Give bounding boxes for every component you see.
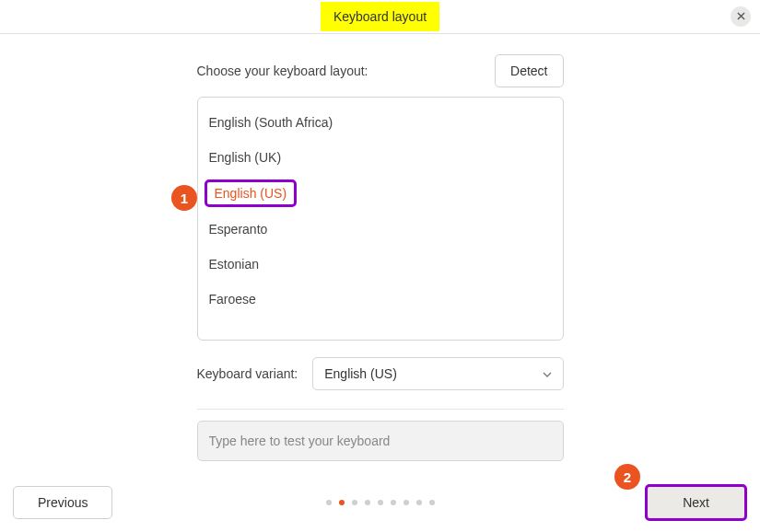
chevron-down-icon — [543, 368, 552, 379]
footer-nav: Previous Next — [0, 484, 760, 521]
variant-dropdown[interactable]: English (US) — [312, 357, 563, 390]
list-item[interactable]: English (South Africa) — [198, 105, 563, 140]
step-dot — [416, 500, 422, 505]
list-item[interactable]: Estonian — [198, 247, 563, 282]
keyboard-test-input[interactable] — [197, 421, 564, 461]
variant-label: Keyboard variant: — [197, 366, 298, 381]
keyboard-layout-list[interactable]: English (Nigeria) English (South Africa)… — [197, 97, 564, 341]
next-button[interactable]: Next — [645, 484, 747, 521]
variant-selected-value: English (US) — [324, 366, 397, 381]
close-button[interactable] — [731, 6, 751, 27]
step-dot — [391, 500, 396, 505]
annotation-marker-1: 1 — [171, 185, 197, 211]
choose-row: Choose your keyboard layout: Detect — [197, 54, 564, 87]
list-item-selected[interactable]: English (US) — [205, 179, 298, 207]
list-item[interactable]: English (Nigeria) — [198, 97, 563, 105]
list-item[interactable]: English (UK) — [198, 140, 563, 175]
step-dot — [378, 500, 383, 505]
divider — [197, 409, 564, 410]
variant-row: Keyboard variant: English (US) — [197, 357, 564, 390]
step-dot — [403, 500, 409, 505]
previous-button[interactable]: Previous — [13, 486, 112, 519]
annotation-marker-2: 2 — [614, 464, 640, 490]
title-bar: Keyboard layout — [0, 0, 760, 34]
detect-button[interactable]: Detect — [495, 54, 563, 87]
step-indicator — [326, 500, 435, 505]
close-icon — [737, 10, 745, 23]
main-content: Choose your keyboard layout: Detect Engl… — [0, 34, 760, 461]
step-dot — [352, 500, 357, 505]
window-title: Keyboard layout — [321, 2, 439, 31]
step-dot — [326, 500, 332, 505]
step-dot — [365, 500, 370, 505]
list-item[interactable]: Faroese — [198, 282, 563, 317]
step-dot — [429, 500, 435, 505]
step-dot-active — [339, 500, 345, 505]
choose-label: Choose your keyboard layout: — [197, 64, 368, 78]
list-item[interactable]: Esperanto — [198, 212, 563, 247]
